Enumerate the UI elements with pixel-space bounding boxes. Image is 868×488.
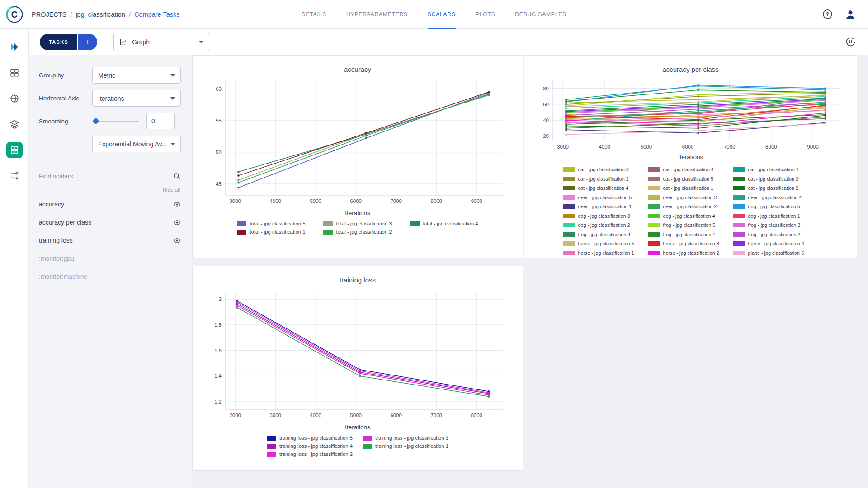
slider-knob[interactable]	[93, 118, 99, 124]
user-avatar-icon[interactable]	[844, 9, 856, 20]
legend-item[interactable]: dog - jpg classification 3	[563, 213, 648, 219]
accuracy-per-class-legend: car - jpg classification 3car - jpg clas…	[524, 167, 857, 256]
legend-item[interactable]: frog - jpg classification 1	[648, 232, 733, 237]
rail-item-datasets[interactable]	[6, 90, 23, 107]
smoothing-value-input[interactable]	[146, 113, 175, 129]
metric-item-training-loss[interactable]: training loss	[39, 231, 181, 249]
svg-text:3000: 3000	[229, 198, 241, 204]
legend-item[interactable]: total - jpg classification 5	[237, 221, 305, 226]
legend-item[interactable]: car - jpg classification 1	[733, 167, 818, 172]
legend-item[interactable]: frog - jpg classification 2	[733, 232, 818, 237]
legend-item[interactable]: car - jpg classification 4	[648, 167, 733, 172]
view-mode-select[interactable]: Graph	[113, 33, 209, 51]
legend-label: car - jpg classification 4	[663, 167, 714, 172]
legend-item[interactable]: training loss - jpg classification 4	[267, 443, 353, 449]
breadcrumb-page[interactable]: Compare Tasks	[134, 11, 179, 18]
smoothing-method-select[interactable]: Exponential Moving Av...	[92, 136, 181, 152]
accuracy-per-class-plot[interactable]: 300040005000600070008000900020406080	[533, 77, 849, 153]
legend-swatch	[563, 204, 575, 209]
clearml-logo[interactable]: C	[0, 0, 29, 28]
legend-item[interactable]: horse - jpg classification 2	[648, 250, 733, 256]
training-loss-plot[interactable]: 20003000400050006000700080001.21.41.61.8…	[202, 287, 514, 423]
legend-item[interactable]: horse - jpg classification 5	[563, 241, 648, 246]
legend-item[interactable]: cat - jpg classification 3	[733, 176, 818, 182]
metric-label: :monitor:machine	[39, 273, 87, 280]
legend-item[interactable]: dog - jpg classification 4	[648, 213, 733, 219]
add-task-button[interactable]: +	[78, 34, 97, 50]
legend-item[interactable]: frog - jpg classification 5	[648, 222, 733, 228]
legend-item[interactable]: total - jpg classification 2	[323, 229, 392, 235]
eye-icon[interactable]	[173, 237, 181, 244]
content: Group by Metric Horizontal Axis Iteratio…	[29, 55, 868, 488]
tab-debug-samples[interactable]: DEBUG SAMPLES	[515, 0, 566, 29]
legend-item[interactable]: total - jpg classification 4	[410, 221, 478, 226]
legend-item[interactable]: training loss - jpg classification 5	[267, 435, 353, 441]
legend-item[interactable]: horse - jpg classification 3	[648, 241, 733, 246]
eye-icon[interactable]	[173, 219, 181, 226]
legend-item[interactable]: cat - jpg classification 2	[733, 185, 818, 191]
chart-card-accuracy: accuracy 3000400050006000700080009000455…	[192, 55, 523, 258]
legend-item[interactable]: plane - jpg classification 5	[733, 250, 818, 256]
rail-item-dashboard[interactable]	[6, 39, 23, 55]
legend-item[interactable]: deer - jpg classification 5	[563, 195, 648, 200]
svg-text:5000: 5000	[310, 198, 321, 204]
auto-refresh-icon[interactable]	[845, 36, 856, 47]
svg-text:9000: 9000	[471, 198, 482, 204]
legend-label: total - jpg classification 4	[423, 221, 478, 226]
legend-label: training loss - jpg classification 2	[279, 451, 353, 457]
legend-item[interactable]: deer - jpg classification 4	[733, 195, 818, 200]
legend-item[interactable]: cat - jpg classification 4	[563, 185, 648, 191]
legend-item[interactable]: dog - jpg classification 2	[563, 222, 648, 228]
legend-swatch	[563, 214, 575, 218]
metric-item-accuracy[interactable]: accuracy	[39, 195, 181, 213]
rail-item-projects[interactable]	[6, 65, 23, 81]
legend-label: car - jpg classification 3	[578, 167, 629, 172]
legend-item[interactable]: frog - jpg classification 3	[733, 222, 818, 228]
legend-item[interactable]: horse - jpg classification 4	[733, 241, 818, 246]
rail-item-workers-queues[interactable]	[6, 168, 23, 184]
legend-item[interactable]: dog - jpg classification 1	[733, 213, 818, 219]
group-by-select[interactable]: Metric	[92, 67, 181, 84]
legend-item[interactable]: training loss - jpg classification 3	[363, 435, 448, 441]
legend-item[interactable]: deer - jpg classification 3	[648, 195, 733, 200]
hide-all-link[interactable]: Hide all	[39, 187, 180, 192]
svg-text:3000: 3000	[557, 144, 569, 150]
svg-text:1.2: 1.2	[214, 399, 222, 404]
tasks-button[interactable]: TASKS	[40, 34, 77, 50]
eye-icon[interactable]	[173, 201, 181, 208]
legend-item[interactable]: frog - jpg classification 4	[563, 232, 648, 237]
legend-item[interactable]: cat - jpg classification 5	[648, 176, 733, 182]
legend-item[interactable]: deer - jpg classification 1	[563, 204, 648, 209]
legend-item[interactable]: cat - jpg classification 1	[648, 185, 733, 191]
accuracy-plot[interactable]: 300040005000600070008000900045505560	[202, 77, 514, 209]
legend-item[interactable]: total - jpg classification 1	[237, 229, 305, 235]
svg-text:2: 2	[219, 296, 222, 302]
metric-item-accuracy-per-class[interactable]: accuracy per class	[39, 213, 181, 231]
legend-item[interactable]: total - jpg classification 3	[323, 221, 392, 226]
legend-item[interactable]: training loss - jpg classification 2	[267, 451, 353, 457]
search-input[interactable]	[39, 173, 173, 180]
tab-plots[interactable]: PLOTS	[476, 0, 495, 29]
horizontal-axis-select[interactable]: Iterations	[92, 90, 181, 107]
legend-swatch	[237, 230, 246, 235]
tab-details[interactable]: DETAILS	[302, 0, 326, 29]
legend-label: cat - jpg classification 3	[748, 176, 799, 182]
search-icon[interactable]	[173, 172, 181, 180]
legend-item[interactable]: car - jpg classification 3	[563, 167, 648, 172]
legend-item[interactable]: deer - jpg classification 2	[648, 204, 733, 209]
help-icon[interactable]: ?	[822, 9, 833, 19]
legend-label: frog - jpg classification 1	[663, 232, 716, 237]
legend-swatch	[323, 230, 333, 235]
legend-item[interactable]: car - jpg classification 2	[563, 176, 648, 182]
legend-item[interactable]: dog - jpg classification 5	[733, 204, 818, 209]
legend-item[interactable]: horse - jpg classification 1	[563, 250, 648, 256]
legend-swatch	[648, 223, 660, 227]
smoothing-slider[interactable]	[92, 118, 139, 124]
tab-scalars[interactable]: SCALARS	[428, 0, 456, 29]
breadcrumb-projects[interactable]: PROJECTS	[32, 11, 66, 18]
legend-item[interactable]: training loss - jpg classification 1	[363, 443, 448, 449]
rail-item-reports[interactable]	[6, 116, 23, 132]
rail-item-experiments-active[interactable]	[6, 142, 23, 158]
breadcrumb-project-name[interactable]: jpg_classification	[75, 11, 125, 18]
tab-hyperparameters[interactable]: HYPERPARAMETERS	[346, 0, 408, 29]
